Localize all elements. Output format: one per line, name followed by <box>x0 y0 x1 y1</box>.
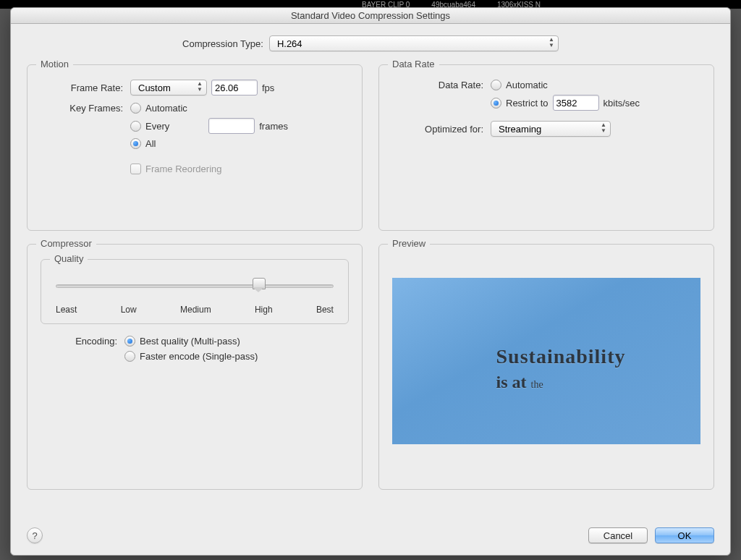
preview-line1: Sustainability <box>496 342 626 370</box>
data-rate-group: Data Rate Data Rate: Automatic Restrict … <box>378 64 714 231</box>
data-rate-label: Data Rate: <box>392 80 486 90</box>
tick-medium: Medium <box>180 305 211 315</box>
encoding-faster-label: Faster encode (Single-pass) <box>140 351 258 362</box>
kf-all-option[interactable]: All <box>130 138 288 149</box>
help-icon: ? <box>32 530 37 541</box>
key-frames-row: Key Frames: Automatic Every frames <box>41 103 349 149</box>
radio-icon <box>124 351 135 362</box>
dr-restrict-input[interactable] <box>553 95 599 111</box>
compression-type-select[interactable]: H.264 <box>269 35 559 51</box>
quality-legend: Quality <box>50 253 88 264</box>
compression-settings-dialog: Standard Video Compression Settings Comp… <box>10 7 731 556</box>
ok-button[interactable]: OK <box>655 527 714 543</box>
optimized-for-select[interactable]: Streaming <box>491 121 611 137</box>
key-frames-label: Key Frames: <box>41 103 126 114</box>
frame-reordering-checkbox <box>130 164 141 174</box>
tick-least: Least <box>56 305 77 315</box>
dialog-footer: ? Cancel OK <box>11 527 730 555</box>
radio-icon <box>124 336 135 347</box>
cancel-button[interactable]: Cancel <box>588 527 648 543</box>
preview-group: Preview Sustainability is at the <box>378 244 714 490</box>
kf-every-option[interactable]: Every frames <box>130 118 288 134</box>
kbits-label: kbits/sec <box>604 98 640 109</box>
lower-columns: Compressor Quality Least Low Medium High… <box>27 244 714 490</box>
optimized-for-select-wrap[interactable]: Streaming ▲▼ <box>491 121 611 137</box>
tick-best: Best <box>316 305 334 315</box>
preview-line2: is at the <box>496 370 626 395</box>
slider-track <box>56 284 334 288</box>
kf-every-label: Every <box>145 121 169 132</box>
data-rate-options: Automatic Restrict to kbits/sec <box>491 80 640 111</box>
frame-rate-input[interactable] <box>211 80 258 96</box>
compression-type-label: Compression Type: <box>182 38 263 49</box>
data-rate-legend: Data Rate <box>388 59 439 69</box>
quality-tick-labels: Least Low Medium High Best <box>56 305 334 315</box>
dr-automatic-label: Automatic <box>506 80 548 90</box>
window-title: Standard Video Compression Settings <box>11 8 730 24</box>
help-button[interactable]: ? <box>27 527 43 543</box>
radio-icon <box>130 138 141 149</box>
radio-icon <box>130 103 141 114</box>
preview-text: Sustainability is at the <box>496 342 626 395</box>
frame-rate-row: Frame Rate: Custom ▲▼ fps <box>41 80 349 96</box>
motion-group: Motion Frame Rate: Custom ▲▼ fps Key Fra… <box>27 64 363 231</box>
compressor-group: Compressor Quality Least Low Medium High… <box>27 244 363 490</box>
encoding-label: Encoding: <box>41 336 120 347</box>
frame-rate-label: Frame Rate: <box>41 82 126 93</box>
key-frames-options: Automatic Every frames All <box>130 103 288 149</box>
radio-icon <box>130 121 141 132</box>
fps-label: fps <box>262 82 274 93</box>
optimized-for-row: Optimized for: Streaming ▲▼ <box>392 121 700 137</box>
optimized-for-label: Optimized for: <box>392 124 486 135</box>
preview-legend: Preview <box>388 238 430 249</box>
tick-low: Low <box>121 305 137 315</box>
compression-type-select-wrap[interactable]: H.264 ▲▼ <box>269 35 559 51</box>
dr-automatic-option[interactable]: Automatic <box>491 80 640 90</box>
encoding-options: Best quality (Multi-pass) Faster encode … <box>124 336 258 362</box>
frame-rate-select-wrap[interactable]: Custom ▲▼ <box>130 80 207 96</box>
dr-restrict-label: Restrict to <box>506 98 549 109</box>
slider-thumb[interactable] <box>253 278 264 292</box>
kf-frames-label: frames <box>259 121 288 132</box>
upper-columns: Motion Frame Rate: Custom ▲▼ fps Key Fra… <box>27 64 714 231</box>
dialog-content: Compression Type: H.264 ▲▼ Motion Frame … <box>11 24 730 527</box>
kf-automatic-label: Automatic <box>145 103 187 114</box>
encoding-best-label: Best quality (Multi-pass) <box>140 336 240 347</box>
frame-rate-select[interactable]: Custom <box>130 80 207 96</box>
preview-line2b: the <box>531 379 543 390</box>
quality-group: Quality Least Low Medium High Best <box>41 259 349 324</box>
data-rate-row: Data Rate: Automatic Restrict to kbits/s… <box>392 80 700 111</box>
encoding-best-option[interactable]: Best quality (Multi-pass) <box>124 336 258 347</box>
compression-type-row: Compression Type: H.264 ▲▼ <box>27 35 714 51</box>
tick-high: High <box>255 305 273 315</box>
radio-icon <box>491 98 501 109</box>
kf-every-input[interactable] <box>208 118 255 134</box>
dr-restrict-option[interactable]: Restrict to kbits/sec <box>491 95 640 111</box>
compressor-legend: Compressor <box>36 238 96 249</box>
preview-image: Sustainability is at the <box>392 278 700 444</box>
quality-slider[interactable] <box>56 279 334 302</box>
frame-reordering-row: Frame Reordering <box>41 164 349 174</box>
kf-automatic-option[interactable]: Automatic <box>130 103 288 114</box>
encoding-faster-option[interactable]: Faster encode (Single-pass) <box>124 351 258 362</box>
frame-reordering-label: Frame Reordering <box>145 164 222 174</box>
preview-line2a: is at <box>496 373 527 391</box>
motion-legend: Motion <box>36 59 73 69</box>
radio-icon <box>491 80 501 90</box>
encoding-row: Encoding: Best quality (Multi-pass) Fast… <box>41 336 349 362</box>
kf-all-label: All <box>145 138 156 149</box>
